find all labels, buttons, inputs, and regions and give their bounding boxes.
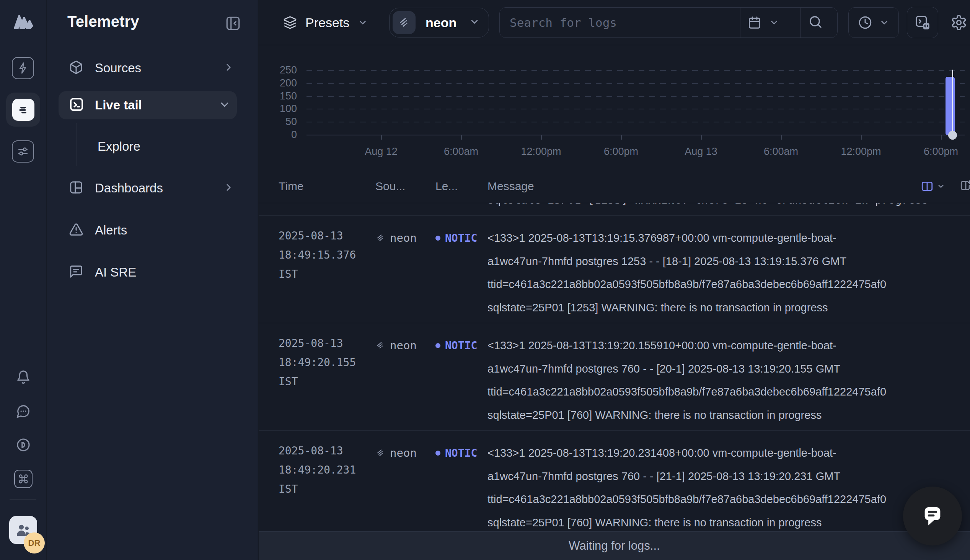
theme-contrast-icon[interactable] [16, 437, 31, 453]
y-axis-tick-label: 50 [259, 116, 297, 128]
sidebar-item-label: Live tail [95, 98, 142, 112]
sidebar-item-dashboards[interactable]: Dashboards [47, 175, 258, 202]
log-timestamp: 2025-08-1318:49:20.231IST [278, 442, 375, 534]
log-timestamp: 2025-08-1318:49:15.376IST [278, 227, 375, 319]
sidebar-item-live-tail[interactable]: Live tail [58, 91, 237, 119]
alert-triangle-icon [69, 222, 83, 238]
y-axis-tick-label: 100 [259, 103, 297, 115]
source-stream-icon [375, 233, 385, 243]
x-axis-tick [541, 135, 542, 140]
message-square-icon [69, 264, 83, 280]
sidebar-item-label: Alerts [95, 223, 127, 238]
chat-fab[interactable] [903, 487, 962, 545]
status-bar: Waiting for logs... [259, 531, 970, 560]
y-axis-tick-label: 250 [259, 64, 297, 76]
feedback-chat-icon[interactable] [16, 403, 31, 419]
sidebar-item-label: Dashboards [95, 181, 163, 195]
chevron-down-icon [769, 18, 779, 28]
chat-bubble-icon [918, 502, 947, 530]
log-message: <133>1 2025-08-13T13:19:20.155910+00:00 … [487, 334, 970, 427]
clock-icon [858, 15, 872, 30]
column-header-source[interactable]: Sou... [375, 180, 405, 193]
columns-layout-button[interactable] [921, 180, 945, 193]
log-source: neon [375, 227, 435, 249]
layers-icon [283, 16, 297, 30]
preferences-sliders-icon[interactable] [12, 140, 34, 163]
sidebar-item-label: Sources [95, 61, 141, 75]
source-picker[interactable]: neon [389, 8, 489, 37]
source-stream-icon [393, 11, 415, 34]
command-menu-icon[interactable] [14, 470, 33, 488]
chevron-down-icon [937, 182, 945, 190]
log-row[interactable]: 2025-08-1318:49:20.155IST neon NOTIC [259, 323, 970, 431]
log-timestamp: 2025-08-1318:49:20.155IST [278, 334, 375, 427]
log-message: <133>1 2025-08-13T13:19:15.376987+00:00 … [487, 227, 970, 319]
search-input[interactable]: Search for logs [510, 16, 617, 30]
sidebar-item-label: Explore [98, 139, 140, 154]
x-axis-tick-label: 6:00am [747, 146, 815, 158]
gear-icon [950, 14, 967, 31]
console-view-button[interactable] [907, 7, 938, 38]
column-header-time[interactable]: Time [278, 180, 304, 193]
x-axis-tick [621, 135, 622, 140]
x-axis-tick [461, 135, 462, 140]
gridline [307, 108, 965, 109]
x-axis-tick-label: Aug 12 [347, 146, 415, 158]
log-source: neon [375, 442, 435, 464]
layout-grid-icon [69, 180, 83, 196]
level-dot-icon [435, 236, 440, 241]
x-axis-tick [941, 135, 942, 140]
x-axis-tick [781, 135, 782, 140]
package-icon [69, 60, 83, 76]
divider [740, 8, 740, 37]
settings-button[interactable] [950, 14, 967, 31]
chevron-down-icon [879, 18, 889, 28]
app-logo-icon[interactable] [11, 10, 35, 34]
bell-icon[interactable] [16, 370, 31, 385]
sidebar-item-sources[interactable]: Sources [47, 55, 258, 82]
x-axis-tick-label: 6:00am [427, 146, 495, 158]
x-axis-tick-label: 12:00pm [827, 146, 895, 158]
presets-label: Presets [305, 15, 349, 30]
add-column-icon [959, 178, 970, 192]
search-submit-button[interactable] [808, 15, 823, 31]
histogram-bar [945, 77, 955, 135]
source-picker-value: neon [425, 15, 457, 30]
chevron-right-icon [223, 62, 233, 74]
user-initials-badge[interactable]: DR [24, 532, 45, 553]
time-range-button[interactable] [848, 7, 899, 38]
sidebar-collapse-icon[interactable] [225, 15, 241, 32]
rail-divider [10, 499, 37, 500]
gridline [307, 70, 965, 71]
gridline [307, 96, 965, 97]
sidebar-item-alerts[interactable]: Alerts [47, 217, 258, 244]
level-dot-icon [435, 343, 440, 348]
logs-nav-active[interactable] [6, 93, 40, 127]
column-header-level[interactable]: Le... [435, 180, 458, 193]
log-row[interactable]: 2025-08-1318:49:20.231IST neon NOTIC [259, 431, 970, 538]
x-axis-tick [701, 135, 702, 140]
chevron-down-icon [469, 17, 480, 29]
sidebar-item-label: AI SRE [95, 265, 136, 280]
topbar: Presets neon Search for logs [259, 0, 970, 45]
flash-nav-icon[interactable] [12, 57, 34, 79]
sidebar-item-explore[interactable]: Explore [47, 133, 258, 160]
source-stream-icon [375, 448, 385, 458]
column-header-message[interactable]: Message [487, 180, 534, 193]
clipped-log-row[interactable]: sqlstate=25P01 [1253] WARNING: there is … [259, 203, 970, 216]
log-level: NOTIC [435, 442, 487, 464]
page-title: Telemetry [67, 13, 139, 30]
chevron-down-icon [358, 18, 368, 28]
sidebar: Telemetry Sources Live tail Explore [47, 0, 258, 560]
live-cursor-dot [948, 131, 957, 140]
log-row[interactable]: 2025-08-1318:49:15.376IST neon NOTIC [259, 216, 970, 323]
sidebar-item-ai-sre[interactable]: AI SRE [47, 259, 258, 286]
presets-button[interactable]: Presets [283, 0, 368, 45]
x-axis-tick-label: 12:00pm [507, 146, 575, 158]
add-column-button[interactable] [959, 178, 970, 194]
date-range-button[interactable] [748, 16, 779, 30]
chart[interactable]: 050100150200250Aug 126:00am12:00pm6:00pm… [259, 45, 970, 170]
log-search-bar: Search for logs [499, 7, 838, 38]
chevron-right-icon [223, 182, 233, 194]
y-axis-tick-label: 200 [259, 77, 297, 89]
